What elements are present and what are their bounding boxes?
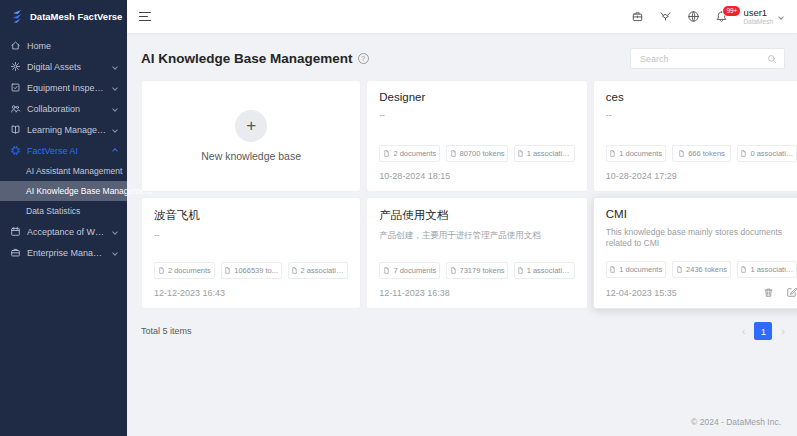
sidebar: DataMesh FactVerse Home Digital Assets E…: [0, 0, 127, 436]
kb-card-date: 12-12-2023 16:43: [154, 288, 225, 298]
kb-card-date: 10-28-2024 17:29: [606, 171, 677, 181]
document-icon: [517, 150, 524, 157]
sidebar-item-home[interactable]: Home: [0, 35, 127, 56]
logo-title: DataMesh FactVerse: [30, 11, 122, 22]
chevron-down-icon: [112, 229, 118, 235]
associations-chip: 1 associations: [737, 261, 797, 278]
kb-card-cmi[interactable]: CMI This knowledge base mainly stores do…: [593, 197, 797, 309]
pagination: ‹ 1 ›: [742, 322, 785, 340]
sidebar-item-collaboration[interactable]: Collaboration: [0, 98, 127, 119]
kb-card-description: This knowledge base mainly stores docume…: [606, 227, 797, 250]
sidebar-item-ai-knowledge-base-management[interactable]: AI Knowledge Base Management: [0, 181, 127, 201]
sidebar-item-ai-assistant-management[interactable]: AI Assistant Management: [0, 161, 127, 181]
sidebar-item-label: FactVerse AI: [27, 146, 107, 156]
document-icon: [609, 266, 616, 273]
sidebar-item-label: Digital Assets: [27, 62, 107, 72]
sidebar-item-label: Equipment Inspection: [27, 83, 107, 93]
notifications-button[interactable]: 99+: [715, 10, 728, 23]
document-icon: [676, 266, 683, 273]
plus-icon[interactable]: +: [235, 110, 267, 142]
associations-chip: 2 associations: [288, 262, 349, 279]
ai-chip-icon: [10, 145, 21, 156]
home-icon: [10, 40, 21, 51]
document-icon: [450, 267, 457, 274]
drone-icon[interactable]: [659, 10, 672, 23]
kb-card-stats: 2 documents 1066539 to... 2 associations: [154, 262, 348, 279]
new-knowledge-base-label: New knowledge base: [201, 150, 301, 162]
knowledge-base-grid: + New knowledge base Designer -- 2 docum…: [141, 80, 785, 309]
page-header: AI Knowledge Base Management ?: [141, 48, 785, 69]
kb-card-title: Designer: [379, 91, 575, 103]
document-icon: [678, 150, 685, 157]
associations-chip: 1 associations: [514, 262, 575, 279]
content: AI Knowledge Base Management ? + New kno…: [127, 33, 797, 436]
sidebar-item-acceptance-of-work[interactable]: Acceptance of Work: [0, 221, 127, 242]
edit-button[interactable]: [786, 287, 797, 298]
user-menu[interactable]: user1 DataMesh: [743, 7, 783, 26]
search-icon[interactable]: [767, 54, 777, 64]
sidebar-item-digital-assets[interactable]: Digital Assets: [0, 56, 127, 77]
kb-card-stats: 7 documents 73179 tokens 1 associations: [379, 262, 575, 279]
kb-card-ces[interactable]: ces -- 1 documents 666 tokens 0 associat…: [593, 80, 797, 192]
people-icon: [10, 103, 21, 114]
sidebar-nav: Home Digital Assets Equipment Inspection…: [0, 35, 127, 263]
new-knowledge-base-card[interactable]: + New knowledge base: [141, 80, 361, 192]
gear-icon: [10, 61, 21, 72]
sidebar-collapse-button[interactable]: [135, 8, 155, 26]
kb-card-stats: 1 documents 2436 tokens 1 associations: [606, 261, 797, 278]
kb-card-title: ces: [606, 91, 797, 103]
kb-card-description: 产品创建，主要用于进行管理产品使用文档: [379, 230, 575, 241]
logo: DataMesh FactVerse: [0, 0, 127, 35]
next-page-button[interactable]: ›: [781, 326, 785, 337]
document-icon: [740, 150, 747, 157]
chevron-down-icon: [112, 106, 118, 112]
sidebar-item-data-statistics[interactable]: Data Statistics: [0, 201, 127, 221]
search-input[interactable]: [638, 53, 763, 65]
documents-chip: 1 documents: [606, 261, 666, 278]
kb-card-stats: 2 documents 80700 tokens 1 associations: [379, 145, 575, 162]
document-icon: [291, 267, 298, 274]
document-icon: [158, 267, 165, 274]
page-title: AI Knowledge Base Management ?: [141, 51, 369, 66]
calendar-icon: [10, 226, 21, 237]
toolbox-icon[interactable]: [631, 10, 644, 23]
documents-chip: 1 documents: [606, 145, 666, 162]
checklist-icon: [10, 82, 21, 93]
sidebar-subitem-label: Data Statistics: [26, 206, 80, 216]
page-1-button[interactable]: 1: [754, 322, 772, 340]
kb-card-product-docs[interactable]: 产品使用文档 产品创建，主要用于进行管理产品使用文档 7 documents 7…: [366, 197, 588, 309]
sidebar-item-enterprise-management[interactable]: Enterprise Management: [0, 242, 127, 263]
kb-card-description: --: [154, 230, 348, 241]
chevron-up-icon: [112, 148, 118, 154]
kb-card-description: --: [606, 110, 797, 121]
trash-icon: [763, 287, 774, 298]
kb-card-boeing[interactable]: 波音飞机 -- 2 documents 1066539 to... 2 asso…: [141, 197, 361, 309]
globe-icon[interactable]: [687, 10, 700, 23]
datamesh-logo-icon: [9, 8, 25, 24]
document-icon: [224, 267, 231, 274]
user-name: user1: [743, 7, 773, 18]
prev-page-button[interactable]: ‹: [742, 326, 746, 337]
kb-card-date: 12-11-2023 16:38: [379, 288, 449, 298]
documents-chip: 7 documents: [379, 262, 440, 279]
kb-card-designer[interactable]: Designer -- 2 documents 80700 tokens 1 a…: [366, 80, 588, 192]
sidebar-subitem-label: AI Assistant Management: [26, 166, 122, 176]
topbar: 99+ user1 DataMesh: [127, 0, 797, 33]
tokens-chip: 666 tokens: [672, 145, 732, 162]
book-icon: [10, 124, 21, 135]
help-icon[interactable]: ?: [358, 53, 369, 64]
delete-button[interactable]: [763, 287, 774, 298]
kb-card-title: 产品使用文档: [379, 208, 575, 223]
tokens-chip: 2436 tokens: [672, 261, 732, 278]
sidebar-item-label: Enterprise Management: [27, 248, 107, 258]
kb-card-date: 10-28-2024 18:15: [379, 171, 450, 181]
sidebar-item-label: Collaboration: [27, 104, 107, 114]
sidebar-item-learning-management[interactable]: Learning Management: [0, 119, 127, 140]
edit-icon: [786, 287, 797, 298]
document-icon: [609, 150, 616, 157]
kb-card-title: CMI: [606, 208, 797, 220]
sidebar-item-factverse-ai[interactable]: FactVerse AI: [0, 140, 127, 161]
chevron-down-icon: [778, 14, 784, 20]
search-box: [630, 48, 785, 69]
sidebar-item-equipment-inspection[interactable]: Equipment Inspection: [0, 77, 127, 98]
